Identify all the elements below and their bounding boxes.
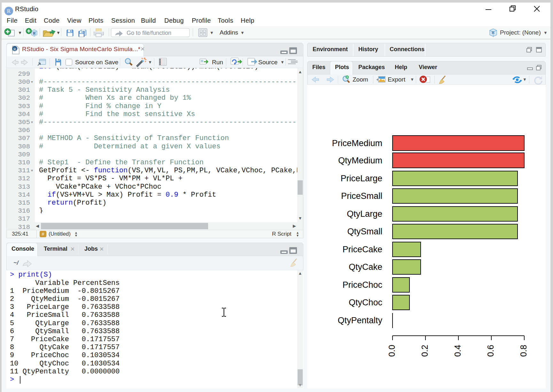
svg-text:QtyMedium: QtyMedium (338, 156, 382, 165)
svg-text:R: R (33, 31, 36, 35)
svg-text:0.2: 0.2 (420, 345, 430, 357)
svg-text:0.8: 0.8 (519, 345, 528, 357)
svg-text:PriceChoc: PriceChoc (342, 280, 382, 290)
svg-text:PriceCake: PriceCake (342, 245, 382, 254)
svg-text:PriceSmall: PriceSmall (341, 191, 382, 201)
svg-text:0.4: 0.4 (453, 345, 463, 357)
svg-text:QtyChoc: QtyChoc (349, 298, 382, 307)
svg-text:QtySmall: QtySmall (347, 227, 382, 236)
svg-text:QtyPentalty: QtyPentalty (338, 316, 382, 325)
svg-text:QtyCake: QtyCake (349, 262, 382, 272)
svg-text:QtyLarge: QtyLarge (347, 209, 382, 219)
svg-text:0.6: 0.6 (486, 345, 495, 357)
svg-text:R: R (13, 47, 16, 51)
svg-text:R: R (492, 30, 495, 35)
svg-text:0.0: 0.0 (387, 345, 397, 357)
svg-text:PriceLarge: PriceLarge (340, 174, 382, 183)
svg-text:PriceMedium: PriceMedium (332, 138, 382, 148)
